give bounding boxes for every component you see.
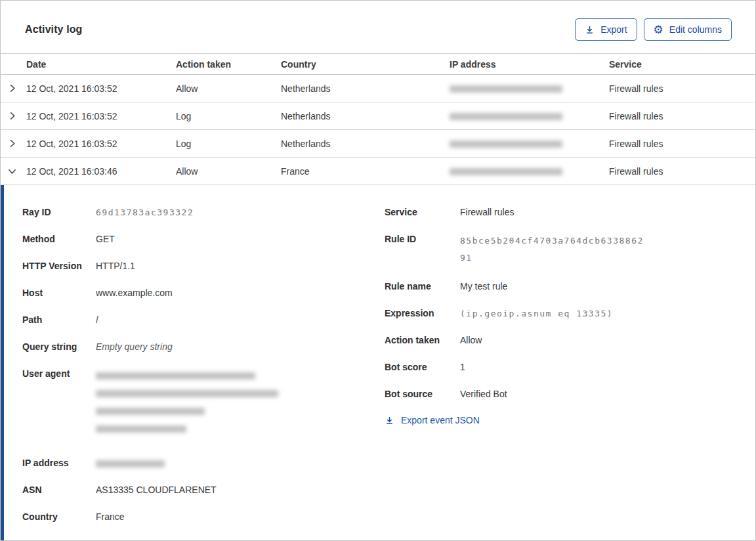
cell-date: 12 Oct, 2021 16:03:52 <box>26 139 176 149</box>
detail-row: Bot score 1 <box>385 360 736 374</box>
column-header-ip-address: IP address <box>450 59 609 70</box>
redacted-text <box>96 408 205 415</box>
redacted-text <box>96 372 255 379</box>
cell-country: Netherlands <box>281 111 450 121</box>
chevron-down-icon <box>7 166 17 176</box>
table-row[interactable]: 12 Oct, 2021 16:03:52 Log Netherlands Fi… <box>1 102 755 130</box>
cell-ip-address-redacted <box>450 83 609 94</box>
detail-value: 85bce5b204cf4703a764dcb633886291 <box>460 232 646 267</box>
cell-ip-address-redacted <box>450 111 609 121</box>
detail-row: Path / <box>22 313 385 327</box>
detail-row: Country France <box>22 510 385 524</box>
detail-row: Host www.example.com <box>22 286 385 300</box>
expand-toggle[interactable] <box>1 111 26 121</box>
expand-toggle[interactable] <box>1 166 26 176</box>
cell-service: Firewall rules <box>609 139 755 149</box>
detail-label: Action taken <box>385 334 460 347</box>
detail-value: HTTP/1.1 <box>96 259 135 273</box>
redacted-text <box>96 390 278 397</box>
edit-columns-button[interactable]: ⚙ Edit columns <box>644 18 732 41</box>
detail-row: Expression (ip.geoip.asnum eq 13335) <box>385 307 736 320</box>
header-buttons: Export ⚙ Edit columns <box>575 18 732 41</box>
event-detail-panel: Ray ID 69d13783ac393322 Method GET HTTP … <box>1 185 755 540</box>
export-event-json-link[interactable]: Export event JSON <box>385 415 480 425</box>
detail-row: Method GET <box>22 232 385 246</box>
detail-label: Rule name <box>385 280 460 293</box>
detail-label: Service <box>385 206 460 219</box>
redacted-text <box>96 425 186 433</box>
detail-row: Ray ID 69d13783ac393322 <box>22 206 385 219</box>
cell-action-taken: Allow <box>176 166 281 177</box>
redacted-text <box>450 141 562 148</box>
detail-value: France <box>96 510 125 524</box>
detail-value: (ip.geoip.asnum eq 13335) <box>460 307 613 320</box>
edit-columns-button-label: Edit columns <box>669 24 722 35</box>
download-icon <box>385 416 394 425</box>
detail-row: HTTP Version HTTP/1.1 <box>22 259 385 273</box>
detail-label: Expression <box>385 307 460 320</box>
cell-service: Firewall rules <box>609 83 755 94</box>
detail-row: Query string Empty query string <box>22 340 385 354</box>
export-button[interactable]: Export <box>575 18 637 41</box>
cell-ip-address-redacted <box>450 166 609 177</box>
detail-value: Allow <box>460 334 482 347</box>
header: Activity log Export ⚙ Edit columns <box>1 1 755 53</box>
detail-label: Country <box>22 510 96 524</box>
table-header: Date Action taken Country IP address Ser… <box>1 53 755 75</box>
detail-value: Empty query string <box>96 340 173 354</box>
detail-label: Host <box>22 286 96 300</box>
column-header-action-taken: Action taken <box>176 59 281 70</box>
detail-row: Rule ID 85bce5b204cf4703a764dcb633886291 <box>385 232 736 267</box>
gear-icon: ⚙ <box>654 24 663 35</box>
chevron-right-icon <box>7 111 17 121</box>
cell-country: Netherlands <box>281 83 450 94</box>
table-body: 12 Oct, 2021 16:03:52 Allow Netherlands … <box>1 75 755 185</box>
detail-value: www.example.com <box>96 286 173 300</box>
detail-column-left: Ray ID 69d13783ac393322 Method GET HTTP … <box>22 206 385 540</box>
activity-log-panel: Activity log Export ⚙ Edit columns Date … <box>0 0 756 541</box>
expand-toggle[interactable] <box>1 139 26 148</box>
column-header-service: Service <box>609 59 755 70</box>
cell-country: Netherlands <box>281 139 450 149</box>
chevron-right-icon <box>7 83 17 93</box>
redacted-text <box>96 460 165 467</box>
export-button-label: Export <box>600 24 627 35</box>
detail-label: HTTP Version <box>22 259 96 273</box>
cell-country: France <box>281 166 450 177</box>
detail-row: Bot source Verified Bot <box>385 387 736 401</box>
cell-service: Firewall rules <box>609 166 755 177</box>
cell-date: 12 Oct, 2021 16:03:52 <box>26 83 176 94</box>
detail-label: Bot score <box>385 360 460 374</box>
cell-service: Firewall rules <box>609 111 755 121</box>
cell-ip-address-redacted <box>450 139 609 149</box>
expand-toggle[interactable] <box>1 83 26 93</box>
detail-label: Query string <box>22 340 96 354</box>
detail-label: Method <box>22 232 96 246</box>
export-event-json-label: Export event JSON <box>401 415 480 425</box>
download-icon <box>585 25 595 35</box>
detail-row: Rule name My test rule <box>385 280 736 293</box>
page-title: Activity log <box>25 24 82 35</box>
detail-row: User agent <box>22 367 385 443</box>
detail-column-right: Service Firewall rules Rule ID 85bce5b20… <box>385 206 736 540</box>
detail-label: Path <box>22 313 96 327</box>
table-row[interactable]: 12 Oct, 2021 16:03:52 Allow Netherlands … <box>1 75 755 102</box>
table-row[interactable]: 12 Oct, 2021 16:03:46 Allow France Firew… <box>1 158 755 185</box>
detail-label: Rule ID <box>385 232 460 267</box>
detail-value: My test rule <box>460 280 507 293</box>
redacted-text <box>450 85 562 93</box>
detail-value: / <box>96 313 98 327</box>
chevron-right-icon <box>7 139 17 148</box>
cell-action-taken: Log <box>176 139 281 149</box>
cell-date: 12 Oct, 2021 16:03:52 <box>26 111 176 121</box>
detail-row: Service Firewall rules <box>385 206 736 219</box>
cell-action-taken: Allow <box>176 83 281 94</box>
detail-value: GET <box>96 232 115 246</box>
cell-date: 12 Oct, 2021 16:03:46 <box>26 166 176 177</box>
detail-label: ASN <box>22 483 96 497</box>
redacted-text <box>450 168 562 175</box>
detail-value-redacted <box>96 456 165 470</box>
column-header-date: Date <box>26 59 176 70</box>
detail-value: Verified Bot <box>460 387 507 401</box>
table-row[interactable]: 12 Oct, 2021 16:03:52 Log Netherlands Fi… <box>1 130 755 158</box>
